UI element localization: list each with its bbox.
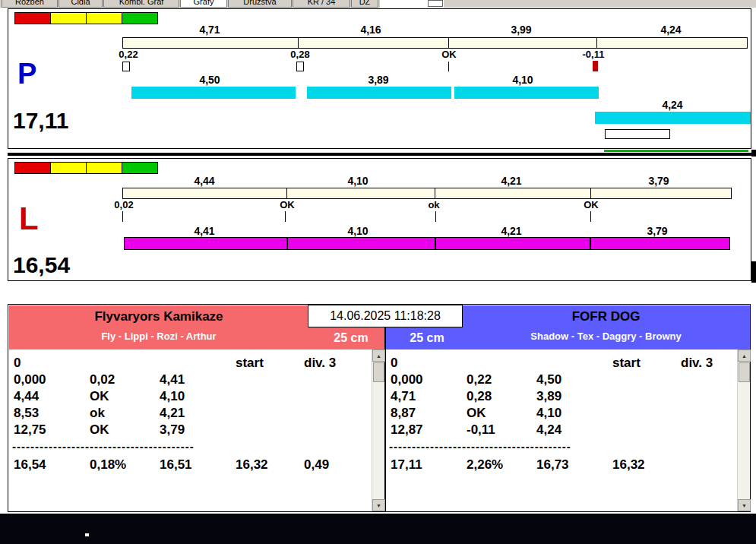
tab-label: KR / 34 <box>308 0 336 6</box>
l-light-red <box>14 162 51 174</box>
tab-cidla[interactable]: Čidla <box>59 0 103 8</box>
table-cell: -0,11 <box>467 422 495 438</box>
timestamp-box: 14.06.2025 11:18:28 <box>308 305 463 327</box>
tab-druzstva[interactable]: Družstva <box>228 0 292 8</box>
p-bar-value-2: 3,89 <box>362 74 395 86</box>
p-upper-split-1: 4,71 <box>193 24 226 36</box>
table-cell: 0,18% <box>90 457 126 473</box>
right-edge-mark <box>751 150 756 157</box>
l-upper-split-4: 3,79 <box>642 175 675 187</box>
tab-grafy[interactable]: Grafy <box>180 0 227 8</box>
l-tick-2 <box>285 211 286 222</box>
p-bar-value-3: 4,10 <box>506 74 539 86</box>
l-upper-split-3: 4,21 <box>495 175 528 187</box>
tab-label: Čidla <box>71 0 90 6</box>
p-upper-split-2: 4,16 <box>354 24 387 36</box>
table-cell: 0,28 <box>467 389 492 404</box>
p-start-box-1 <box>122 62 130 71</box>
right-table-scrollbar[interactable]: ▲ ▼ <box>737 349 750 511</box>
p-fault-marker <box>593 61 598 71</box>
p-dog-bar-1 <box>131 87 296 99</box>
l-segment-bar <box>122 188 732 199</box>
tab-label: Grafy <box>194 0 214 6</box>
l-bar-value-3: 4,21 <box>495 225 528 237</box>
right-jump-height: 25 cm <box>395 331 459 345</box>
left-team-dogs: Fly - Lippi - Rozi - Arthur <box>9 331 308 342</box>
l-bar-value-2: 4,10 <box>341 225 375 237</box>
p-dog-bar-4 <box>595 112 751 124</box>
p-segment-bar <box>122 37 748 49</box>
table-cell: 0,000 <box>14 372 46 387</box>
l-mark-4: OK <box>573 199 609 210</box>
tab-kombi-graf[interactable]: Kombi. Graf <box>103 0 179 8</box>
table-cell: div. 3 <box>681 356 713 371</box>
table-cell: start <box>236 356 264 371</box>
table-separator: ---------------------------------------- <box>12 440 231 454</box>
p-start-box-2 <box>296 62 304 71</box>
scroll-up-icon[interactable]: ▲ <box>738 349 751 362</box>
table-cell: 0,22 <box>467 372 492 387</box>
p-mark-2: 0,28 <box>282 49 318 60</box>
white-dot <box>85 533 89 536</box>
p-light-red <box>14 12 51 24</box>
p-mark-1: 0,22 <box>110 49 147 60</box>
table-cell: ok <box>90 406 105 421</box>
p-light-yellow-1 <box>50 12 87 24</box>
p-dog-bar-2 <box>307 87 451 99</box>
table-cell: 12,75 <box>14 422 46 438</box>
table-cell: 0,02 <box>90 372 115 387</box>
p-light-yellow-2 <box>86 12 122 24</box>
table-cell: 4,10 <box>160 389 185 404</box>
tab-strip-box <box>428 0 443 7</box>
table-cell: 4,41 <box>160 372 185 387</box>
table-cell: 8,53 <box>14 406 39 421</box>
l-mark-3: ok <box>416 199 452 210</box>
scroll-up-icon[interactable]: ▲ <box>372 349 385 362</box>
table-cell: 16,32 <box>612 457 645 473</box>
green-indicator-line <box>604 150 748 152</box>
l-upper-split-1: 4,44 <box>188 175 221 187</box>
app-window: Rozběh Čidla Kombi. Graf Grafy Družstva … <box>0 0 756 544</box>
l-upper-split-2: 4,10 <box>341 175 375 187</box>
table-cell: 0,49 <box>304 457 329 473</box>
results-section: Flyvaryors Kamikaze Fly - Lippi - Rozi -… <box>8 304 751 512</box>
table-cell: 16,54 <box>14 457 46 473</box>
table-cell: 4,50 <box>536 372 561 387</box>
table-cell: 16,32 <box>236 457 268 473</box>
l-light-green <box>122 162 158 174</box>
p-bar-value-1: 4,50 <box>193 74 226 86</box>
tab-rozbeh[interactable]: Rozběh <box>2 0 58 8</box>
p-mark-3: OK <box>431 49 467 60</box>
scroll-thumb[interactable] <box>373 362 384 382</box>
table-cell: 0 <box>14 356 21 371</box>
scroll-up-glyph: ▲ <box>742 353 747 359</box>
table-separator: ---------------------------------------- <box>389 440 608 454</box>
left-table-scrollbar[interactable]: ▲ ▼ <box>372 349 384 511</box>
p-mark-4: -0,11 <box>575 49 612 60</box>
tab-kr-34[interactable]: KR / 34 <box>293 0 350 8</box>
right-edge-mark <box>751 261 756 283</box>
table-cell: 0,000 <box>391 372 423 387</box>
l-bar-value-4: 3,79 <box>641 225 674 237</box>
table-cell: start <box>612 356 641 371</box>
left-team-name: Flyvaryors Kamikaze <box>9 309 308 324</box>
table-cell: 4,44 <box>14 389 39 404</box>
tab-dz[interactable]: DŽ <box>351 0 378 8</box>
p-dog-bar-3 <box>454 87 599 99</box>
table-cell: 4,24 <box>536 422 561 438</box>
scroll-down-glyph: ▼ <box>376 503 381 508</box>
scroll-down-icon[interactable]: ▼ <box>738 499 751 511</box>
right-team-name: FOFR DOG <box>462 309 750 324</box>
left-jump-height: 25 cm <box>319 331 383 345</box>
right-results-table: 0 start div. 3 0,000 0,22 4,50 4,71 0,28… <box>386 349 750 511</box>
scroll-thumb[interactable] <box>739 362 750 382</box>
p-upper-split-3: 3,99 <box>505 24 538 36</box>
scroll-down-icon[interactable]: ▼ <box>372 499 385 511</box>
table-cell: 12,87 <box>391 422 423 438</box>
table-cell: OK <box>467 406 486 421</box>
p-lane-label: P <box>17 58 36 90</box>
table-cell: 4,21 <box>160 406 185 421</box>
table-cell: 3,79 <box>160 422 185 438</box>
table-cell: OK <box>90 389 109 404</box>
l-light-yellow-1 <box>50 162 87 174</box>
